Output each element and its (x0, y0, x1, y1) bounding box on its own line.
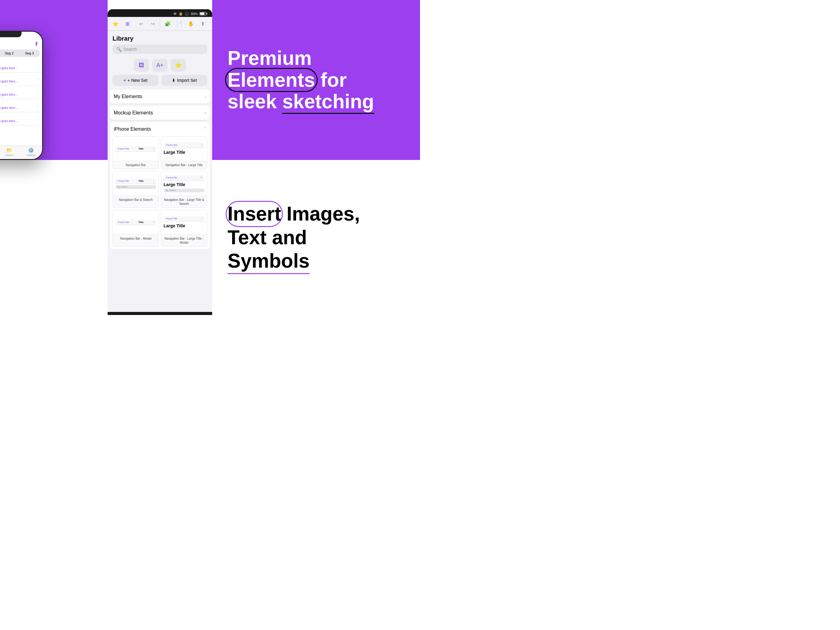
element-card-nav-large-preview: ‹ Parent Title □ Large Title (161, 136, 207, 161)
chevron-right-icon: › (204, 111, 206, 116)
circle-purple-decoration (226, 201, 283, 227)
redo-icon[interactable]: ↪ (148, 19, 157, 28)
nav-back-icon-6: ‹ Parent Title (166, 217, 177, 220)
element-card-nav-modal-preview: ‹ Parent Title Title □ (113, 210, 159, 235)
chevron-down-icon: ˅ (204, 127, 206, 131)
nav-search-top-bar: ‹ Parent Title Title + (115, 179, 156, 184)
element-card-nav-search[interactable]: ‹ Parent Title Title + 🔍 Search Navigati… (112, 171, 159, 208)
ipad-toolbar: ⭐ ⊞ ↩ ↪ 🧩 📄 ✋ ⬆ ⋯ (107, 17, 212, 31)
element-card-nav-search-preview: ‹ Parent Title Title + 🔍 Search (113, 171, 159, 196)
nav-action-icon-6: □ (201, 217, 203, 220)
phone-list-item-1[interactable]: Title Secondary text goes here... › (0, 73, 42, 86)
chevron-right-icon-4: › (37, 117, 38, 121)
plus-icon: + (123, 78, 126, 83)
element-card-nav-large-modal[interactable]: ‹ Parent Title □ Large Title Navigation … (161, 210, 207, 247)
section-iphone-header[interactable]: iPhone Elements ˅ (110, 122, 210, 136)
search-icon-3: 🔍 (166, 189, 168, 192)
insert-circled-word: Insert (227, 202, 281, 226)
hand-icon[interactable]: ✋ (186, 19, 195, 28)
ipad-library-panel: 👁 🔒 🎧 89% ⭐ ⊞ ↩ ↪ 🧩 📄 ✋ ⬆ ⋯ Libra (107, 9, 212, 315)
search-placeholder: Search (123, 47, 137, 52)
grid-icon[interactable]: ⊞ (123, 19, 132, 28)
phone-tab-settings-label: Settings (27, 154, 36, 157)
phone-notch (0, 32, 22, 37)
search-text-2: Search (169, 189, 176, 192)
section-my-elements-label: My Elements (114, 94, 142, 99)
phone-item-content-0: Title Here Secondary text goes here... (0, 62, 37, 70)
status-wifi-icon: 👁 (174, 12, 177, 16)
text-filter-button[interactable]: A+ (152, 59, 167, 72)
nav-large-search-big-title: Large Title (164, 182, 185, 188)
element-card-nav-modal-label: Navigation Bar - Modal (113, 235, 159, 242)
hero-title: Premium Elements for sleek sketching (227, 47, 374, 112)
more-icon[interactable]: ⋯ (210, 19, 212, 28)
starred-filter-button[interactable]: ⭐ (171, 59, 186, 72)
search-icon-2: 🔍 (117, 186, 120, 188)
element-card-nav-large-modal-label: Navigation Bar - Large Title - Modal (161, 235, 207, 246)
phone-segmented-control[interactable]: Seg 1 Seg 2 Seg 3 (0, 49, 39, 57)
toolbar-left: ⭐ ⊞ (111, 19, 132, 28)
phone-item-title-1: Title (0, 75, 37, 80)
phone-list-item-2[interactable]: Title Secondary text goes here... › (0, 86, 42, 99)
element-card-nav-modal[interactable]: ‹ Parent Title Title □ Navigation Bar - … (112, 210, 159, 247)
library-sections: My Elements › Mockup Elements › iPhone E… (107, 90, 212, 312)
section-my-elements[interactable]: My Elements › (110, 90, 210, 104)
nav-action-icon-2: □ (201, 144, 203, 146)
search-icon: 🔍 (116, 47, 122, 52)
element-card-nav-search-label: Navigation Bar & Search (113, 196, 159, 204)
new-set-label: + New Set (128, 78, 148, 83)
library-title: Library (107, 31, 212, 44)
right-panel: Premium Elements for sleek sketching Ins… (212, 0, 420, 315)
nav-action-icon-3: + (153, 180, 154, 182)
status-headphone-icon: 🎧 (185, 12, 189, 16)
hero-underlined-word: sketching (282, 91, 374, 112)
library-actions: + + New Set ⬇ Import Set (107, 75, 212, 90)
library-search-bar[interactable]: 🔍 Search (112, 44, 207, 54)
puzzle-icon[interactable]: 🧩 (163, 19, 172, 28)
phone-item-sub-0: Secondary text goes here... (0, 66, 37, 70)
upload-icon[interactable]: ⬆ (198, 19, 207, 28)
phone-item-sub-2: Secondary text goes here... (0, 93, 37, 96)
element-card-nav-bar[interactable]: ‹ Parent Title Title □ Navigation Bar (112, 136, 159, 169)
hero-text-block: Premium Elements for sleek sketching (227, 47, 374, 112)
phone-share-icon: ⬆ (35, 41, 38, 47)
nav-action-icon-4: ✎ (201, 176, 203, 179)
phone-item-sub-3: Secondary text goes here... (0, 106, 37, 109)
nav-title: Title (138, 147, 143, 150)
element-card-nav-large-search[interactable]: ‹ Parent Title ✎ Large Title 🔍 Search Na… (161, 171, 207, 208)
element-card-nav-large-search-preview: ‹ Parent Title ✎ Large Title 🔍 Search (161, 171, 207, 196)
star-icon[interactable]: ⭐ (111, 19, 120, 28)
insert-underlined-word: Symbols (227, 249, 309, 273)
phone-list-item-3[interactable]: Title Secondary text goes here... › (0, 99, 42, 112)
chevron-right-icon: › (204, 94, 206, 99)
phone-mockup: App ⬆ Seg 1 Seg 2 Seg 3 Title Here Secon… (0, 31, 43, 160)
doc-icon[interactable]: 📄 (175, 19, 183, 28)
phone-tab-settings[interactable]: ⚙️ Settings (20, 147, 42, 157)
phone-list-item-0[interactable]: Title Here Secondary text goes here... › (0, 59, 42, 73)
nav-bar-preview: ‹ Parent Title Title □ (115, 146, 156, 152)
chevron-right-icon-2: › (37, 90, 38, 95)
section-mockup-elements[interactable]: Mockup Elements › (110, 106, 210, 120)
section-mockup-elements-label: Mockup Elements (114, 110, 153, 116)
element-cards-grid: ‹ Parent Title Title □ Navigation Bar ‹ … (110, 136, 210, 249)
search-text: Search (121, 186, 128, 188)
battery-body (199, 12, 206, 15)
images-filter-button[interactable]: 🖼 (134, 59, 149, 72)
phone-seg-3[interactable]: Seg 3 (19, 49, 39, 57)
import-icon: ⬇ (172, 78, 175, 83)
phone-list-item-4[interactable]: Title Secondary text goes here... › (0, 112, 42, 125)
nav-large-top-bar: ‹ Parent Title □ (164, 142, 204, 148)
new-set-button[interactable]: + + New Set (112, 75, 158, 86)
import-set-button[interactable]: ⬇ Import Set (161, 75, 207, 86)
undo-icon[interactable]: ↩ (136, 19, 145, 28)
phone-item-content-4: Title Secondary text goes here... (0, 115, 37, 123)
nav-back-icon: ‹ Parent Title (117, 148, 129, 150)
folder-icon: 📁 (6, 147, 12, 153)
phone-item-title-0: Title Here (0, 62, 37, 66)
phone-item-content-2: Title Secondary text goes here... (0, 88, 37, 96)
phone-tab-shared[interactable]: 📁 Shared (0, 147, 20, 157)
phone-seg-2[interactable]: Seg 2 (0, 49, 19, 57)
nav-back-icon-4: ‹ Parent Title (166, 177, 177, 179)
element-card-nav-large[interactable]: ‹ Parent Title □ Large Title Navigation … (161, 136, 207, 169)
phone-item-title-2: Title (0, 88, 37, 93)
